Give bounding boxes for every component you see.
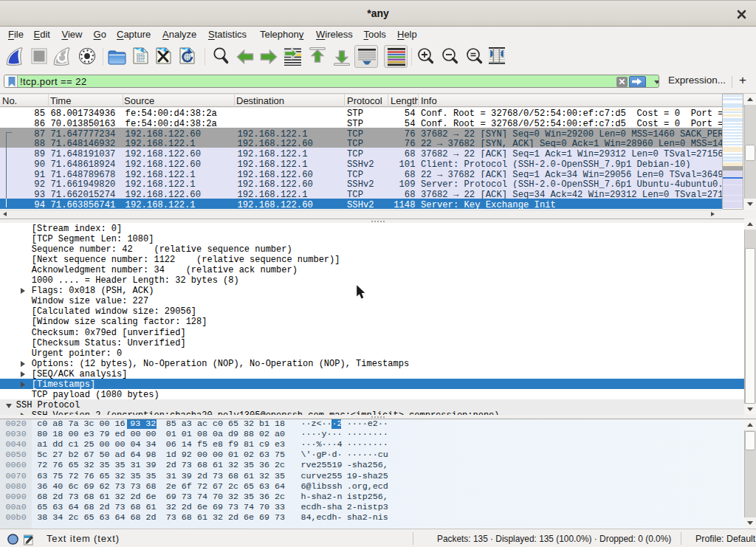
svg-text:0111: 0111 xyxy=(137,59,145,63)
